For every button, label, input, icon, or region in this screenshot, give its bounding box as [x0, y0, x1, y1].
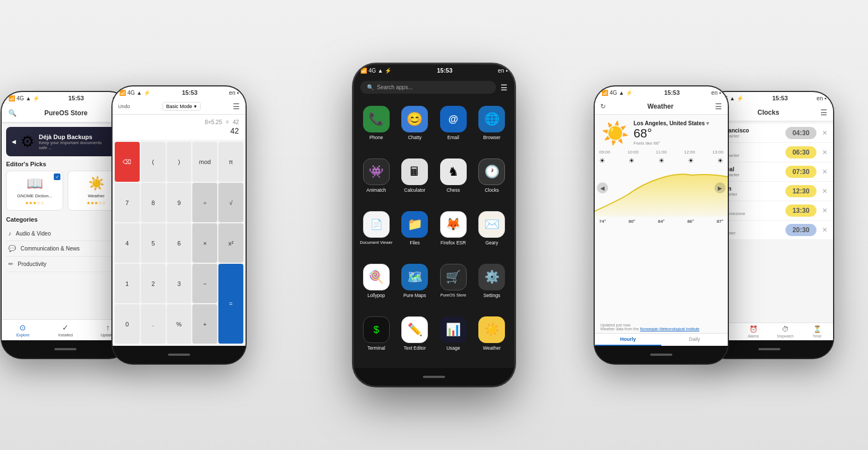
- calc-btn-mul[interactable]: ×: [192, 223, 217, 263]
- app-label-settings: Settings: [483, 293, 501, 298]
- banner-prev-button[interactable]: ◀: [12, 139, 16, 145]
- app-item-calculator[interactable]: 🖩 Calculator: [397, 155, 433, 206]
- wifi-icon: ▲: [25, 95, 31, 101]
- search-bar[interactable]: 🔍 Search apps...: [360, 81, 496, 94]
- calc-equals: =: [226, 119, 229, 125]
- app-item-docviewer[interactable]: 📄 Document Viewer: [358, 208, 395, 258]
- app-label-animatch: Animatch: [366, 187, 386, 193]
- calc-btn-lparen[interactable]: (: [141, 142, 166, 182]
- phone-appstore: 📶 4G ▲ ⚡ 15:53 en ▪ 🔍 PureOS Store ☰ ◀ ⚙: [2, 92, 129, 358]
- weather-feels-like: Feels like 68°: [634, 141, 721, 146]
- temp-86: 86°: [687, 219, 694, 224]
- calc-mode-label: Basic Mode: [166, 104, 192, 109]
- calc-btn-minus[interactable]: −: [192, 264, 217, 303]
- app-icon-browser: 🌐: [478, 106, 505, 132]
- calc-btn-7[interactable]: 7: [115, 183, 140, 222]
- app-item-animatch[interactable]: 👾 Animatch: [358, 155, 395, 206]
- category-audio[interactable]: ♪ Audio & Video: [6, 226, 125, 241]
- calc-btn-5[interactable]: 5: [141, 223, 166, 263]
- weather-refresh-icon[interactable]: ↻: [600, 103, 606, 110]
- weather-location-chevron[interactable]: ▾: [706, 120, 709, 126]
- app-icon-phone: 📞: [363, 106, 390, 132]
- calc-btn-2[interactable]: 2: [141, 264, 166, 303]
- status-bar-calc: 📶 4G ▲ ⚡ 15:53 en ▪: [113, 86, 246, 99]
- weather-info: Los Angeles, United States ▾ 68° Feels l…: [634, 120, 721, 146]
- calc-expression: 8×5.25 = 42: [119, 119, 239, 125]
- weather-source-link[interactable]: Norwegian Meteorological Institute: [640, 327, 699, 331]
- calc-btn-sqrt[interactable]: √: [218, 183, 243, 222]
- calc-btn-pct[interactable]: %: [167, 304, 192, 344]
- calc-undo-btn[interactable]: Undo: [118, 104, 130, 109]
- status-time-clocks: 15:53: [772, 95, 788, 101]
- comms-icon: 💬: [8, 245, 16, 252]
- calc-btn-rparen[interactable]: ): [167, 142, 192, 182]
- calc-btn-backspace[interactable]: ⌫: [115, 142, 140, 182]
- nav-installed[interactable]: ✓ Installed: [44, 322, 87, 338]
- appstore-screen: 🔍 PureOS Store ☰ ◀ ⚙ Déjà Dup Backups Ke…: [2, 104, 129, 340]
- clocks-nav-timer[interactable]: ⏳ Timer: [801, 323, 834, 340]
- clock-remove-austin[interactable]: ✕: [822, 149, 828, 156]
- clocks-nav-stopwatch[interactable]: ⏱ Stopwatch: [769, 323, 801, 340]
- clock-remove-paris[interactable]: ✕: [822, 207, 828, 214]
- app-item-geary[interactable]: ✉️ Geary: [474, 208, 510, 258]
- calc-btn-9[interactable]: 9: [167, 183, 192, 222]
- category-audio-label: Audio & Video: [16, 231, 51, 237]
- appstore-search-icon[interactable]: 🔍: [8, 109, 17, 117]
- status-bar-weather: 📶 4G ▲ ⚡ 15:53 en ▪: [595, 86, 728, 99]
- calc-btn-sq[interactable]: x²: [218, 223, 243, 263]
- calc-mode-selector[interactable]: Basic Mode ▾: [162, 102, 201, 111]
- app-item-lollypop[interactable]: 🍭 Lollypop: [358, 260, 395, 311]
- category-comms-label: Communication & News: [21, 246, 80, 252]
- clocks-menu-icon[interactable]: ☰: [820, 108, 828, 117]
- weather-arrow-right[interactable]: ▶: [714, 182, 726, 193]
- category-productivity[interactable]: ✏ Productivity: [6, 257, 125, 272]
- calc-btn-4[interactable]: 4: [115, 223, 140, 263]
- app-item-browser[interactable]: 🌐 Browser: [474, 103, 510, 153]
- app-item-purestore[interactable]: 🛒 PureOS Store: [435, 260, 472, 311]
- app-item-clocks[interactable]: 🕐 Clocks: [474, 155, 510, 206]
- calc-menu-icon[interactable]: ☰: [233, 102, 240, 111]
- nav-explore[interactable]: ⊙ Explore: [2, 322, 44, 338]
- calc-btn-6[interactable]: 6: [167, 223, 192, 263]
- weather-tab-daily[interactable]: Daily: [661, 334, 728, 346]
- app-item-phone[interactable]: 📞 Phone: [358, 103, 395, 153]
- explore-label: Explore: [16, 333, 29, 337]
- app-item-puremaps[interactable]: 🗺️ Pure Maps: [397, 260, 433, 311]
- weather-city: Los Angeles, United States ▾: [634, 120, 721, 126]
- status-signal: 📶 4G ▲ ⚡: [8, 95, 39, 101]
- app-item-files[interactable]: 📁 Files: [397, 208, 433, 258]
- clock-remove-sf[interactable]: ✕: [822, 129, 828, 137]
- calc-btn-dot[interactable]: .: [141, 304, 166, 344]
- lang-label-clocks: en: [816, 95, 823, 101]
- clock-remove-tokyo[interactable]: ✕: [822, 226, 828, 234]
- app-item-weather[interactable]: ☀️ Weather: [474, 313, 510, 364]
- weather-menu-icon[interactable]: ☰: [715, 102, 722, 111]
- calc-btn-eq[interactable]: =: [218, 264, 243, 344]
- calc-btn-8[interactable]: 8: [141, 183, 166, 222]
- calc-btn-3[interactable]: 3: [167, 264, 192, 303]
- calc-btn-1[interactable]: 1: [115, 264, 140, 303]
- app-item-firefox[interactable]: 🦊 Firefox ESR: [435, 208, 472, 258]
- clock-time-london: 12:30: [785, 185, 816, 197]
- calc-btn-0[interactable]: 0: [115, 304, 140, 344]
- calc-btn-mod[interactable]: mod: [192, 142, 217, 182]
- app-item-terminal[interactable]: $ Terminal: [358, 313, 395, 364]
- clocks-nav-alarms[interactable]: ⏰ Alarms: [738, 323, 770, 340]
- app-item-chatty[interactable]: 😊 Chatty: [397, 103, 433, 153]
- calc-btn-plus[interactable]: +: [192, 304, 217, 344]
- app-item-chess[interactable]: ♞ Chess: [435, 155, 472, 206]
- app-item-settings[interactable]: ⚙️ Settings: [474, 260, 510, 311]
- app-item-texteditor[interactable]: ✏️ Text Editor: [397, 313, 433, 364]
- phone-calculator: 📶 4G ▲ ⚡ 15:53 en ▪ Undo Basic Mode ▾ ☰: [113, 86, 246, 364]
- weather-tab-hourly[interactable]: Hourly: [595, 334, 661, 346]
- app-item-usage[interactable]: 📊 Usage: [435, 313, 472, 364]
- drawer-menu-icon[interactable]: ☰: [501, 83, 508, 92]
- clock-remove-london[interactable]: ✕: [822, 187, 828, 195]
- app-item-email[interactable]: @ Email: [435, 103, 472, 153]
- clock-remove-montreal[interactable]: ✕: [822, 168, 828, 176]
- category-comms[interactable]: 💬 Communication & News: [6, 241, 125, 257]
- app-label-purestore: PureOS Store: [440, 293, 466, 298]
- calc-btn-pi[interactable]: π: [218, 142, 243, 182]
- weather-arrow-left[interactable]: ◀: [597, 182, 608, 193]
- calc-btn-div[interactable]: ÷: [192, 183, 217, 222]
